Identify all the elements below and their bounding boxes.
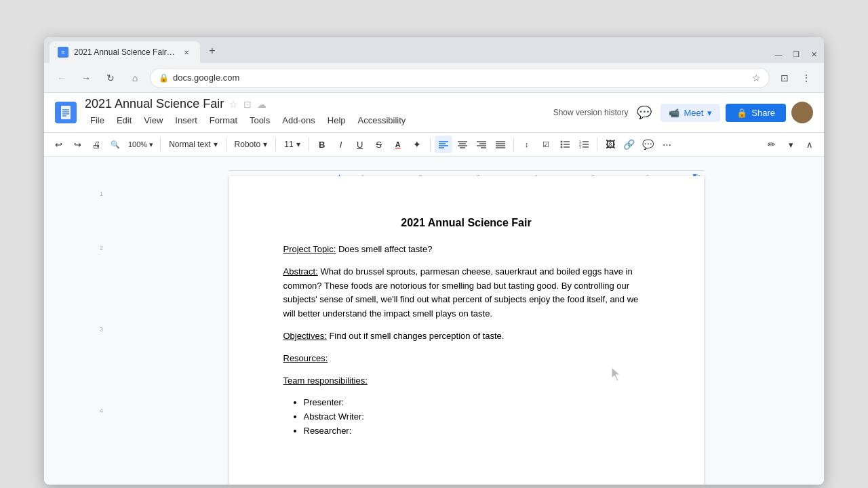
- separator-3: [275, 138, 276, 151]
- ruler-mark-1: 1: [100, 190, 103, 197]
- close-button[interactable]: ✕: [809, 49, 818, 59]
- cursor-position: [609, 366, 623, 385]
- edit-chevron[interactable]: ▾: [782, 136, 800, 153]
- svg-point-25: [560, 146, 562, 148]
- insert-image-button[interactable]: 🖼: [601, 136, 619, 153]
- bullet-list-button[interactable]: [556, 136, 574, 153]
- align-right-button[interactable]: [473, 136, 490, 153]
- menu-edit[interactable]: Edit: [111, 113, 137, 128]
- minimize-button[interactable]: —: [774, 49, 783, 59]
- resources-paragraph: Resources:: [283, 352, 650, 366]
- separator-2: [226, 138, 226, 151]
- print-button[interactable]: 🖨: [87, 136, 105, 153]
- meet-label: Meet: [684, 108, 703, 118]
- url-text: docs.google.com: [173, 73, 748, 83]
- font-dropdown[interactable]: Roboto ▾: [231, 138, 272, 150]
- project-topic-content: Does smell affect taste?: [336, 244, 432, 254]
- zoom-button[interactable]: 🔍: [106, 136, 124, 153]
- strikethrough-button[interactable]: S: [370, 136, 388, 153]
- comment-button[interactable]: 💬: [633, 102, 655, 123]
- tab-close-button[interactable]: ✕: [181, 47, 192, 58]
- docs-header: 2021 Annual Science Fair ☆ ⊡ ☁ File Edit…: [44, 93, 824, 133]
- docs-title-area: 2021 Annual Science Fair ☆ ⊡ ☁ File Edit…: [85, 97, 545, 128]
- menu-help[interactable]: Help: [322, 113, 351, 128]
- menu-accessibility[interactable]: Accessibility: [353, 113, 412, 128]
- size-dropdown[interactable]: 11 ▾: [280, 138, 304, 150]
- collapse-toolbar-button[interactable]: ∧: [801, 136, 818, 153]
- window-controls: — ❐ ✕: [774, 49, 818, 63]
- bookmark-button[interactable]: ⊡: [775, 68, 794, 87]
- meet-chevron: ▾: [707, 108, 712, 118]
- font-chevron: ▾: [263, 140, 267, 149]
- edit-mode-button[interactable]: ✏: [763, 136, 781, 153]
- document-heading: 2021 Annual Science Fair: [283, 217, 650, 229]
- highlight-button[interactable]: ✦: [408, 136, 426, 153]
- document-scroll-area[interactable]: 1 2 3 4 5 6 7 2021 Annual Science Fair P…: [108, 157, 824, 485]
- cloud-icon[interactable]: ☁: [257, 99, 267, 110]
- docs-title-row: 2021 Annual Science Fair ☆ ⊡ ☁: [85, 97, 545, 111]
- checklist-button[interactable]: ☑: [537, 136, 555, 153]
- menu-insert[interactable]: Insert: [170, 113, 203, 128]
- style-dropdown[interactable]: Normal text ▾: [165, 138, 221, 150]
- version-history-link[interactable]: Show version history: [553, 108, 629, 117]
- tab-bar: ≡ 2021 Annual Science Fair - Goo… ✕ + — …: [44, 37, 824, 63]
- style-label: Normal text: [169, 140, 210, 149]
- meet-button[interactable]: 📹 Meet ▾: [660, 104, 720, 122]
- security-icon: 🔒: [159, 73, 169, 83]
- team-responsibilities-paragraph: Team responsibilities:: [283, 374, 650, 388]
- more-options-button[interactable]: ⋯: [658, 136, 676, 153]
- maximize-button[interactable]: ❐: [791, 49, 801, 59]
- line-spacing-button[interactable]: ↕: [518, 136, 536, 153]
- star-icon[interactable]: ☆: [229, 99, 238, 110]
- italic-button[interactable]: I: [332, 136, 350, 153]
- zoom-dropdown[interactable]: 100% ▾: [125, 136, 156, 153]
- menu-format[interactable]: Format: [204, 113, 243, 128]
- bullet-abstract-writer: Abstract Writer:: [304, 410, 650, 424]
- browser-menu-button[interactable]: ⋮: [797, 68, 816, 87]
- document-title[interactable]: 2021 Annual Science Fair: [85, 97, 224, 111]
- objectives-label: Objectives:: [283, 331, 327, 341]
- abstract-content: What do brussel sprouts, parmesan cheese…: [283, 266, 639, 319]
- horizontal-ruler: 1 2 3 4 5 6 7: [229, 170, 704, 171]
- bold-button[interactable]: B: [313, 136, 331, 153]
- document-page[interactable]: 2021 Annual Science Fair Project Topic: …: [229, 176, 704, 485]
- formatting-toolbar: ↩ ↪ 🖨 🔍 100% ▾ Normal text ▾ Roboto ▾ 11…: [44, 133, 824, 157]
- insert-comment-button[interactable]: 💬: [639, 136, 657, 153]
- svg-rect-0: [61, 106, 71, 119]
- bookmark-icon[interactable]: ☆: [752, 73, 761, 83]
- text-color-button[interactable]: A: [389, 136, 407, 153]
- active-tab[interactable]: ≡ 2021 Annual Science Fair - Goo… ✕: [50, 41, 200, 63]
- share-label: Share: [751, 108, 775, 118]
- forward-button[interactable]: →: [77, 68, 96, 87]
- docs-logo: [55, 102, 77, 123]
- new-tab-button[interactable]: +: [203, 41, 222, 60]
- url-bar[interactable]: 🔒 docs.google.com ☆: [150, 68, 770, 88]
- share-lock-icon: 🔒: [736, 108, 747, 118]
- user-avatar[interactable]: [791, 102, 813, 123]
- objectives-paragraph: Objectives: Find out if smell changes pe…: [283, 329, 650, 344]
- home-button[interactable]: ⌂: [125, 68, 144, 87]
- redo-button[interactable]: ↪: [68, 136, 86, 153]
- menu-file[interactable]: File: [85, 113, 110, 128]
- align-justify-button[interactable]: [492, 136, 509, 153]
- ruler-mark-2: 2: [100, 245, 103, 251]
- refresh-button[interactable]: ↻: [101, 68, 120, 87]
- browser-window: ≡ 2021 Annual Science Fair - Goo… ✕ + — …: [44, 37, 824, 485]
- insert-link-button[interactable]: 🔗: [620, 136, 638, 153]
- project-topic-label: Project Topic:: [283, 244, 336, 254]
- document-area: 1 2 3 4 1 2 3 4 5 6 7: [44, 157, 824, 485]
- back-button[interactable]: ←: [52, 68, 71, 87]
- undo-button[interactable]: ↩: [50, 136, 67, 153]
- align-left-button[interactable]: [435, 136, 452, 153]
- menu-addons[interactable]: Add-ons: [277, 113, 320, 128]
- style-chevron: ▾: [214, 140, 218, 149]
- share-button[interactable]: 🔒 Share: [726, 104, 786, 122]
- svg-point-21: [560, 141, 562, 143]
- menu-tools[interactable]: Tools: [244, 113, 275, 128]
- folder-icon[interactable]: ⊡: [243, 99, 252, 110]
- menu-view[interactable]: View: [138, 113, 168, 128]
- align-center-button[interactable]: [454, 136, 471, 153]
- font-label: Roboto: [235, 140, 261, 149]
- underline-button[interactable]: U: [351, 136, 369, 153]
- numbered-list-button[interactable]: 1.2.3.: [575, 136, 593, 153]
